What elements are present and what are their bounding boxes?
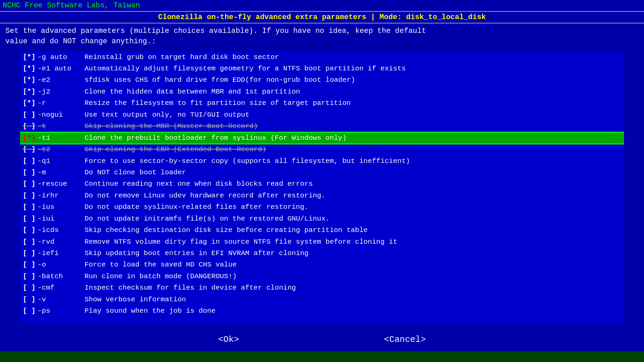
app: NCHC Free Software Labs, Taiwan Clonezil… [0, 0, 644, 362]
desc: Force to load the saved HD CHS value [85, 260, 237, 270]
desc: Force to use sector-by-sector copy (supp… [85, 156, 410, 166]
flag: -t [38, 121, 85, 131]
list-item[interactable]: [ ]-iuiDo not update initramfs file(s) o… [20, 213, 624, 225]
flag: -e1 auto [38, 64, 85, 74]
title-text: NCHC Free Software Labs, Taiwan [3, 1, 140, 10]
desc: Skip updating boot entries in EFI NVRAM … [85, 248, 309, 258]
description: Set the advanced parameters (multiple ch… [0, 23, 644, 50]
desc: Inspect checksum for files in device aft… [85, 283, 296, 293]
desc: Do not update syslinux-related files aft… [85, 202, 309, 212]
list-item[interactable]: [ ]-icdsSkip checking destination disk s… [20, 225, 624, 236]
list-item[interactable]: [ ]-vShow verbose information [20, 294, 624, 305]
flag: -iui [38, 214, 85, 224]
checkbox: [ ] [23, 283, 35, 293]
checkbox: [*] [23, 133, 35, 143]
flag: -rvd [38, 237, 85, 247]
list-item[interactable]: [*]-t1Clone the prebuilt bootloader from… [20, 132, 624, 144]
checkbox: [ ] [23, 295, 35, 305]
flag: -cmf [38, 283, 85, 293]
checkbox: [ ] [23, 110, 35, 120]
checkbox: [ ] [23, 179, 35, 189]
desc: Continue reading next one when disk bloc… [85, 179, 313, 189]
checkbox: [ ] [23, 260, 35, 270]
desc: Do NOT clone boot loader [85, 168, 186, 178]
header-text: Clonezilla on-the-fly advanced extra par… [158, 13, 486, 21]
flag: -icds [38, 225, 85, 235]
desc: Automatically adjust filesystem geometry… [85, 64, 406, 74]
list-item[interactable]: [ ]-batchRun clone in batch mode (DANGER… [20, 271, 624, 282]
list-item[interactable]: [ ]-irhrDo not remove Linux udev hardwar… [20, 190, 624, 201]
list-item[interactable]: [ ]-oForce to load the saved HD CHS valu… [20, 259, 624, 270]
list-item[interactable]: [ ]-mDo NOT clone boot loader [20, 167, 624, 178]
footer: <Ok> <Cancel> [0, 325, 644, 351]
list-item[interactable]: [ ]-rescueContinue reading next one when… [20, 178, 624, 190]
flag: -o [38, 260, 85, 270]
desc: Use text output only, no TUI/GUI output [85, 110, 249, 120]
checkbox: [ ] [23, 202, 35, 212]
list-item[interactable]: [*]-g autoReinstall grub on target hard … [20, 52, 624, 63]
cancel-button[interactable]: <Cancel> [379, 333, 431, 346]
flag: -t2 [38, 144, 85, 155]
ok-button[interactable]: <Ok> [213, 333, 244, 346]
checkbox: [ ] [23, 225, 35, 235]
flag: -g auto [38, 52, 85, 62]
checkbox: [ ] [23, 214, 35, 224]
flag: -q1 [38, 156, 85, 166]
list-item[interactable]: [ ]-tSkip cloning the MBR (Master Boot R… [20, 121, 624, 132]
desc: Run clone in batch mode (DANGEROUS!) [85, 272, 237, 282]
checkbox: [ ] [23, 121, 35, 131]
checkbox: [ ] [23, 156, 35, 166]
list-item[interactable]: [ ]-rvdRemove NTFS volume dirty flag in … [20, 236, 624, 248]
checkbox: [*] [23, 98, 35, 108]
checkbox: [*] [23, 64, 35, 74]
desc: Remove NTFS volume dirty flag in source … [85, 237, 397, 247]
checkbox: [ ] [23, 191, 35, 201]
flag: -r [38, 98, 85, 108]
list-item[interactable]: [ ]-t2Skip cloning the EBR (Extended Boo… [20, 144, 624, 155]
flag: -v [38, 295, 85, 305]
checkbox: [*] [23, 87, 35, 97]
desc: Skip checking destination disk size befo… [85, 225, 368, 235]
list-container: [*]-g autoReinstall grub on target hard … [20, 52, 624, 323]
description-line2: value and do NOT change anything.: [5, 37, 639, 47]
desc: Do not update initramfs file(s) on the r… [85, 214, 330, 224]
flag: -t1 [38, 133, 85, 143]
desc: Do not remove Linux udev hardware record… [85, 191, 325, 201]
list-item[interactable]: [ ]-noguiUse text output only, no TUI/GU… [20, 109, 624, 121]
list-item[interactable]: [*]-j2Clone the hidden data between MBR … [20, 86, 624, 98]
desc: Play sound when the job is done [85, 306, 216, 316]
desc: Show verbose information [85, 295, 186, 305]
desc: Resize the filesystem to fit partition s… [85, 98, 351, 108]
header-bar: Clonezilla on-the-fly advanced extra par… [0, 11, 644, 23]
checkbox: [ ] [23, 272, 35, 282]
desc: Skip cloning the MBR (Master Boot Record… [85, 121, 258, 131]
bottom-bar [0, 351, 644, 362]
list-item[interactable]: [ ]-q1Force to use sector-by-sector copy… [20, 156, 624, 167]
desc: Clone the prebuilt bootloader from sysli… [85, 133, 346, 143]
checkbox: [*] [23, 75, 35, 85]
flag: -e2 [38, 75, 85, 85]
flag: -ius [38, 202, 85, 212]
list-item[interactable]: [*]-rResize the filesystem to fit partit… [20, 98, 624, 109]
flag: -rescue [38, 179, 85, 189]
list-item[interactable]: [*]-e2sfdisk uses CHS of hard drive from… [20, 74, 624, 86]
list-item[interactable]: [ ]-iefiSkip updating boot entries in EF… [20, 248, 624, 259]
checkbox: [ ] [23, 237, 35, 247]
description-line1: Set the advanced parameters (multiple ch… [5, 26, 639, 37]
checkbox: [ ] [23, 306, 35, 316]
list-item[interactable]: [ ]-psPlay sound when the job is done [20, 305, 624, 317]
desc: Reinstall grub on target hard disk boot … [85, 52, 279, 62]
flag: -iefi [38, 248, 85, 258]
list-item[interactable]: [ ]-cmfInspect checksum for files in dev… [20, 282, 624, 294]
checkbox: [ ] [23, 168, 35, 178]
checkbox: [ ] [23, 144, 35, 155]
flag: -nogui [38, 110, 85, 120]
list-item[interactable]: [ ]-iusDo not update syslinux-related fi… [20, 201, 624, 213]
list-item[interactable]: [*]-e1 autoAutomatically adjust filesyst… [20, 63, 624, 74]
desc: Clone the hidden data between MBR and 1s… [85, 87, 300, 97]
checkbox: [*] [23, 52, 35, 62]
flag: -j2 [38, 87, 85, 97]
desc: sfdisk uses CHS of hard drive from EDD(f… [85, 75, 355, 85]
title-bar: NCHC Free Software Labs, Taiwan [0, 0, 644, 11]
checkbox: [ ] [23, 248, 35, 258]
